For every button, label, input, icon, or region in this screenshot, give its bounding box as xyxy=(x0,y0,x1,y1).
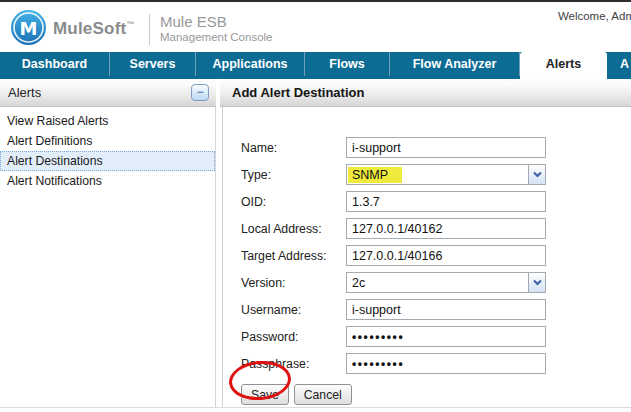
tab-servers[interactable]: Servers xyxy=(110,52,196,76)
version-select-value: 2c xyxy=(347,276,528,290)
target-address-input[interactable]: 127.0.0.1/40166 xyxy=(346,245,546,266)
product-subtitle: Management Console xyxy=(160,31,273,43)
form-row-local-address: Local Address: 127.0.0.1/40162 xyxy=(241,218,631,239)
save-button[interactable]: Save xyxy=(241,384,289,405)
chevron-down-icon[interactable] xyxy=(528,165,545,184)
password-input[interactable]: ••••••••• xyxy=(346,326,546,347)
sidebar: View Raised Alerts Alert Definitions Ale… xyxy=(0,107,216,408)
sidebar-item-view-raised-alerts[interactable]: View Raised Alerts xyxy=(0,111,215,131)
target-address-label: Target Address: xyxy=(241,249,346,263)
nav-tabbar: Dashboard Servers Applications Flows Flo… xyxy=(0,52,631,79)
oid-input[interactable]: 1.3.7 xyxy=(346,191,546,212)
tab-flow-analyzer[interactable]: Flow Analyzer xyxy=(390,52,520,76)
form-row-name: Name: i-support xyxy=(241,137,631,158)
chevron-down-icon[interactable] xyxy=(528,273,545,292)
form-row-username: Username: i-support xyxy=(241,299,631,320)
local-address-input[interactable]: 127.0.0.1/40162 xyxy=(346,218,546,239)
sidebar-title: Alerts xyxy=(8,85,41,100)
trademark-symbol: ™ xyxy=(126,20,134,29)
local-address-label: Local Address: xyxy=(241,222,346,236)
main-panel-header: Add Alert Destination xyxy=(220,79,631,107)
tab-flows[interactable]: Flows xyxy=(305,52,390,76)
form-row-type: Type: SNMP xyxy=(241,164,631,185)
target-address-input-value: 127.0.0.1/40166 xyxy=(347,249,442,263)
add-alert-destination-form: Name: i-support Type: SNMP OID: 1.3.7 Lo… xyxy=(223,137,631,405)
brand-header: M MuleSoft™ Mule ESB Management Console … xyxy=(0,2,631,52)
minus-icon: − xyxy=(196,85,203,99)
main-content: Name: i-support Type: SNMP OID: 1.3.7 Lo… xyxy=(222,107,631,408)
sidebar-item-alert-notifications[interactable]: Alert Notifications xyxy=(0,171,215,191)
passphrase-input[interactable]: ••••••••• xyxy=(346,353,546,374)
tab-dashboard[interactable]: Dashboard xyxy=(0,52,110,76)
sidebar-item-alert-destinations[interactable]: Alert Destinations xyxy=(0,151,215,171)
svg-text:M: M xyxy=(20,18,38,39)
brand-name: MuleSoft™ xyxy=(53,19,135,39)
name-label: Name: xyxy=(241,141,346,155)
form-row-password: Password: ••••••••• xyxy=(241,326,631,347)
username-input-value: i-support xyxy=(347,303,401,317)
mulesoft-logo-icon: M xyxy=(10,9,47,46)
form-row-version: Version: 2c xyxy=(241,272,631,293)
sidebar-header: Alerts − xyxy=(0,79,216,107)
oid-label: OID: xyxy=(241,195,346,209)
brand-divider xyxy=(149,14,150,45)
form-buttons: Save Cancel xyxy=(241,384,631,405)
name-input[interactable]: i-support xyxy=(346,137,546,158)
collapse-panel-button[interactable]: − xyxy=(191,84,209,101)
password-label: Password: xyxy=(241,330,346,344)
tab-alerts[interactable]: Alerts xyxy=(520,52,607,79)
oid-input-value: 1.3.7 xyxy=(347,195,380,209)
version-select[interactable]: 2c xyxy=(346,272,546,293)
passphrase-label: Passphrase: xyxy=(241,357,346,371)
local-address-input-value: 127.0.0.1/40162 xyxy=(347,222,442,236)
type-label: Type: xyxy=(241,168,346,182)
tab-applications[interactable]: Applications xyxy=(196,52,305,76)
app-window: M MuleSoft™ Mule ESB Management Console … xyxy=(0,0,631,412)
form-row-passphrase: Passphrase: ••••••••• xyxy=(241,353,631,374)
username-input[interactable]: i-support xyxy=(346,299,546,320)
type-select[interactable]: SNMP xyxy=(346,164,546,185)
username-label: Username: xyxy=(241,303,346,317)
version-label: Version: xyxy=(241,276,346,290)
name-input-value: i-support xyxy=(347,141,401,155)
cancel-button[interactable]: Cancel xyxy=(294,384,352,405)
type-select-value-highlighted: SNMP xyxy=(348,167,402,183)
page-title: Add Alert Destination xyxy=(232,85,364,100)
passphrase-input-value: ••••••••• xyxy=(347,357,404,371)
brand-text: MuleSoft xyxy=(53,19,126,38)
password-input-value: ••••••••• xyxy=(347,330,404,344)
sidebar-item-alert-definitions[interactable]: Alert Definitions xyxy=(0,131,215,151)
form-row-target-address: Target Address: 127.0.0.1/40166 xyxy=(241,245,631,266)
product-title: Mule ESB xyxy=(160,13,227,30)
welcome-text: Welcome, Adm xyxy=(558,10,631,22)
tab-administration-partial[interactable]: A xyxy=(607,52,631,76)
bottom-border-line xyxy=(0,407,631,408)
form-row-oid: OID: 1.3.7 xyxy=(241,191,631,212)
